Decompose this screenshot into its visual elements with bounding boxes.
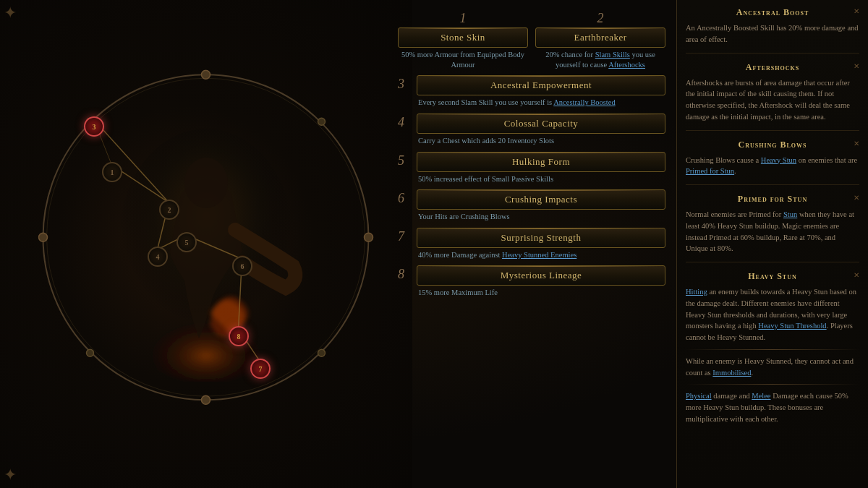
skill-node-6[interactable]: 6 xyxy=(232,256,252,276)
ancestral-boost-body: An Ancestrally Boosted Skill has 20% mor… xyxy=(686,22,859,46)
skill-box-colossal[interactable]: Colossal Capacity xyxy=(417,114,665,134)
skill-num-4: 4 xyxy=(398,114,411,130)
skill-node-1[interactable]: 1 xyxy=(102,162,122,182)
skill-7-content: Surprising Strength 40% more Damage agai… xyxy=(417,228,665,260)
skill-desc-colossal: Carry a Chest which adds 20 Inventory Sl… xyxy=(417,136,665,146)
top-skill-item-1: 1 Stone Skin 50% more Armour from Equipp… xyxy=(398,11,528,69)
svg-line-14 xyxy=(94,119,169,202)
skill-box-stone-skin[interactable]: Stone Skin xyxy=(398,27,528,48)
svg-point-12 xyxy=(318,349,326,356)
skill-desc-earthbreaker: 20% chance for Slam Skills you use yours… xyxy=(535,50,665,69)
heavy-stun-separator xyxy=(686,349,859,350)
skill-num-8: 8 xyxy=(398,265,411,282)
svg-point-8 xyxy=(365,233,373,241)
skill-box-hulking[interactable]: Hulking Form xyxy=(417,152,665,172)
svg-point-7 xyxy=(39,233,48,241)
skill-node-8[interactable]: 8 xyxy=(229,326,249,346)
skill-row-6: 6 Crushing Impacts Your Hits are Crushin… xyxy=(398,189,665,222)
skill-8-content: Mysterious Lineage 15% more Maximum Life xyxy=(417,265,665,298)
crushing-blows-body: Crushing Blows cause a Heavy Stun on ene… xyxy=(686,155,859,178)
corner-ornament-tl: ✦ xyxy=(4,4,17,22)
skill-5-content: Hulking Form 50% increased effect of Sma… xyxy=(417,152,665,184)
skill-box-surprising[interactable]: Surprising Strength xyxy=(417,228,665,248)
skill-box-mysterious[interactable]: Mysterious Lineage xyxy=(417,265,665,286)
svg-point-6 xyxy=(202,395,210,404)
skills-panel: 1 Stone Skin 50% more Armour from Equipp… xyxy=(391,0,673,488)
skill-box-crushing-impacts[interactable]: Crushing Impacts xyxy=(417,189,665,210)
skill-num-7: 7 xyxy=(398,228,411,244)
crushing-blows-title: Crushing Blows xyxy=(686,140,859,150)
skill-tree-area: 3 1 2 4 5 6 8 7 ✦ ✦ xyxy=(0,0,412,488)
hitting-link: Hitting xyxy=(686,288,707,296)
skill-desc-surprising: 40% more Damage against Heavy Stunned En… xyxy=(417,250,665,260)
earthbreaker-link1: Slam Skills xyxy=(595,51,630,59)
skill-node-4[interactable]: 4 xyxy=(148,247,168,267)
immobilised-link: Immobilised xyxy=(712,369,751,377)
skill-desc-crushing-impacts: Your Hits are Crushing Blows xyxy=(417,212,665,222)
info-card-heavy-stun: ✕ Heavy Stun Hitting an enemy builds tow… xyxy=(686,271,859,432)
heavy-stun-body: Hitting an enemy builds towards a Heavy … xyxy=(686,286,859,425)
skill-num-1: 1 xyxy=(460,11,467,26)
close-ancestral-boost[interactable]: ✕ xyxy=(854,7,859,15)
info-card-ancestral-boost: ✕ Ancestral Boost An Ancestrally Boosted… xyxy=(686,7,859,53)
skill-box-earthbreaker[interactable]: Earthbreaker xyxy=(535,27,665,48)
aftershocks-body: Aftershocks are bursts of area damage th… xyxy=(686,77,859,123)
svg-point-5 xyxy=(202,70,210,79)
stun-link-1: Stun xyxy=(783,210,797,218)
top-skills-row: 1 Stone Skin 50% more Armour from Equipp… xyxy=(398,11,665,69)
skill-node-7[interactable]: 7 xyxy=(250,359,271,379)
heavy-stun-link: Heavy Stun xyxy=(761,156,796,164)
info-card-primed-stun: ✕ Primed for Stun Normal enemies are Pri… xyxy=(686,194,859,262)
aftershocks-title: Aftershocks xyxy=(686,62,859,73)
skill-box-ancestral[interactable]: Ancestral Empowerment xyxy=(417,75,665,95)
skill-6-content: Crushing Impacts Your Hits are Crushing … xyxy=(417,189,665,222)
ancestral-link: Ancestrally Boosted xyxy=(553,98,615,106)
primed-stun-link: Primed for Stun xyxy=(686,167,734,175)
heavy-stun-separator-2 xyxy=(686,384,859,385)
ancestral-boost-title: Ancestral Boost xyxy=(686,7,859,18)
melee-link: Melee xyxy=(752,392,770,400)
info-card-crushing-blows: ✕ Crushing Blows Crushing Blows cause a … xyxy=(686,140,859,186)
skill-desc-ancestral: Every second Slam Skill you use yourself… xyxy=(417,98,665,108)
svg-point-11 xyxy=(87,349,94,356)
skill-3-content: Ancestral Empowerment Every second Slam … xyxy=(417,75,665,108)
close-heavy-stun[interactable]: ✕ xyxy=(854,271,859,279)
skill-num-3: 3 xyxy=(398,75,411,92)
primed-stun-title: Primed for Stun xyxy=(686,194,859,205)
skill-num-5: 5 xyxy=(398,152,411,168)
corner-ornament-bl: ✦ xyxy=(4,466,17,484)
skill-desc-hulking: 50% increased effect of Small Passive Sk… xyxy=(417,174,665,184)
hst-link: Heavy Stun Threshold xyxy=(758,322,826,330)
close-primed-stun[interactable]: ✕ xyxy=(854,194,859,202)
skill-row-4: 4 Colossal Capacity Carry a Chest which … xyxy=(398,114,665,146)
primed-stun-body: Normal enemies are Primed for Stun when … xyxy=(686,209,859,254)
skill-desc-mysterious: 15% more Maximum Life xyxy=(417,288,665,298)
skill-desc-stone-skin: 50% more Armour from Equipped Body Armou… xyxy=(398,50,528,69)
close-aftershocks[interactable]: ✕ xyxy=(854,62,859,70)
skill-list: 3 Ancestral Empowerment Every second Sla… xyxy=(398,75,665,298)
skill-num-2: 2 xyxy=(597,11,604,26)
heavy-stun-title: Heavy Stun xyxy=(686,271,859,282)
skill-row-5: 5 Hulking Form 50% increased effect of S… xyxy=(398,152,665,184)
skill-node-5[interactable]: 5 xyxy=(176,232,197,252)
skill-num-6: 6 xyxy=(398,189,411,206)
info-card-aftershocks: ✕ Aftershocks Aftershocks are bursts of … xyxy=(686,62,859,131)
heavy-stunned-link: Heavy Stunned Enemies xyxy=(502,251,576,259)
info-panel: ✕ Ancestral Boost An Ancestrally Boosted… xyxy=(676,0,868,488)
top-skill-item-2: 2 Earthbreaker 20% chance for Slam Skill… xyxy=(535,11,665,69)
earthbreaker-link2: Aftershocks xyxy=(608,61,645,69)
skill-node-3[interactable]: 3 xyxy=(84,116,104,137)
skill-row-8: 8 Mysterious Lineage 15% more Maximum Li… xyxy=(398,265,665,298)
skill-node-2[interactable]: 2 xyxy=(159,200,179,220)
skill-row-7: 7 Surprising Strength 40% more Damage ag… xyxy=(398,228,665,260)
skill-row-3: 3 Ancestral Empowerment Every second Sla… xyxy=(398,75,665,108)
skill-4-content: Colossal Capacity Carry a Chest which ad… xyxy=(417,114,665,146)
physical-link: Physical xyxy=(686,392,712,400)
close-crushing-blows[interactable]: ✕ xyxy=(854,140,859,147)
svg-point-10 xyxy=(318,118,326,125)
